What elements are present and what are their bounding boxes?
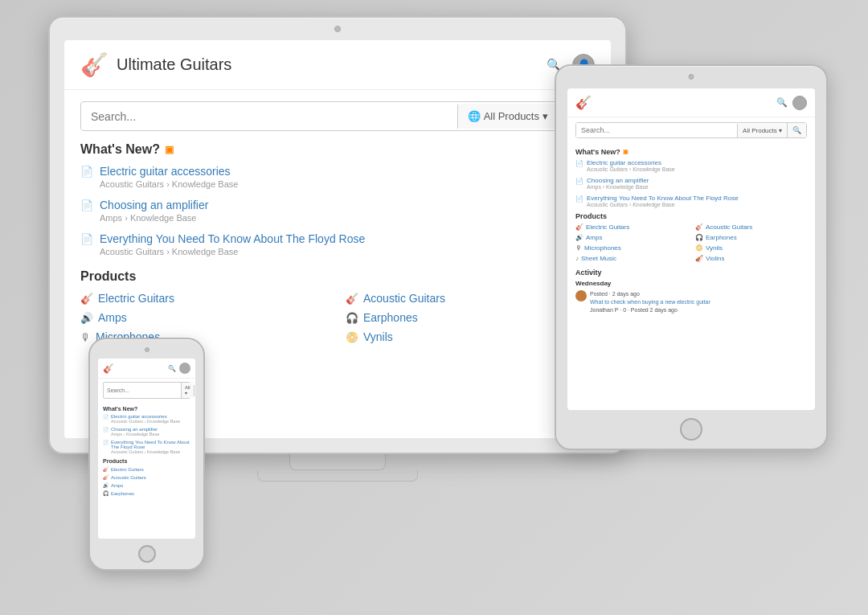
list-item: 🎸 Electric Guitars bbox=[80, 292, 330, 305]
tablet-article-link-0[interactable]: Electric guitar accessories bbox=[587, 159, 675, 166]
search-bar: 🌐 All Products ▾ 🔍 bbox=[80, 101, 595, 131]
phone-article-item: 📄 Electric guitar accessories Acoustic G… bbox=[103, 414, 190, 424]
tablet-search-input[interactable] bbox=[576, 123, 737, 137]
monitor-base bbox=[257, 470, 418, 482]
phone-earphones-link[interactable]: Earphones bbox=[111, 491, 134, 496]
tablet-logo-icon: 🎸 bbox=[575, 95, 592, 110]
article-link-2[interactable]: Everything You Need To Know About The Fl… bbox=[100, 232, 365, 245]
tablet-device: 🎸 🔍 All Products ▾ 🔍 What's New? bbox=[555, 64, 828, 450]
acoustic-guitars-icon: 🎸 bbox=[346, 293, 358, 305]
phone-all-products-button[interactable]: All ▾ bbox=[181, 383, 194, 398]
article-link-1[interactable]: Choosing an amplifier bbox=[100, 199, 208, 211]
article-item: 📄 Choosing an amplifier Amps › Knowledge… bbox=[80, 199, 595, 223]
tablet-activity-action: Posted bbox=[590, 291, 608, 297]
article-breadcrumb-0: Acoustic Guitars › Knowledge Base bbox=[100, 179, 238, 189]
phone-content: What's New? 📄 Electric guitar accessorie… bbox=[98, 402, 195, 539]
phone-amps-link[interactable]: Amps bbox=[111, 483, 123, 488]
tablet-list-item: 🎸 Electric Guitars bbox=[575, 223, 687, 231]
all-products-label: All Products bbox=[484, 110, 539, 122]
tablet-activity-link[interactable]: What to check when buying a new electric… bbox=[590, 299, 710, 305]
tablet-article-item: 📄 Choosing an amplifier Amps › Knowledge… bbox=[575, 177, 807, 190]
phone-breadcrumb-1: Amps › Knowledge Base bbox=[111, 432, 159, 437]
tablet-breadcrumb-0: Acoustic Guitars › Knowledge Base bbox=[587, 166, 675, 172]
tablet-list-item: 🔊 Amps bbox=[575, 234, 687, 241]
phone-acoustic-link[interactable]: Acoustic Guitars bbox=[111, 475, 146, 480]
tablet-amps-icon: 🔊 bbox=[575, 234, 583, 241]
search-input[interactable] bbox=[81, 104, 457, 129]
tablet-avatar[interactable] bbox=[792, 96, 807, 110]
tablet-acoustic-link[interactable]: Acoustic Guitars bbox=[706, 223, 752, 231]
tablet-all-products-button[interactable]: All Products ▾ bbox=[737, 124, 787, 137]
electric-guitars-link[interactable]: Electric Guitars bbox=[98, 292, 174, 305]
tablet-whats-new-title: What's New? ▣ bbox=[575, 148, 807, 156]
tablet-micro-link[interactable]: Microphones bbox=[584, 244, 621, 252]
tablet-article-link-2[interactable]: Everything You Need To Know About The Fl… bbox=[587, 195, 739, 202]
tablet-electric-link[interactable]: Electric Guitars bbox=[586, 223, 629, 231]
tablet-activity-user: Jonathan P bbox=[590, 307, 618, 313]
tablet-home-button[interactable] bbox=[680, 418, 702, 441]
tablet-breadcrumb-2: Acoustic Guitars › Knowledge Base bbox=[587, 202, 739, 207]
tablet-list-item: 📀 Vynils bbox=[695, 244, 807, 252]
desktop-header: 🎸 Ultimate Guitars 🔍 👤 bbox=[64, 40, 611, 90]
article-item: 📄 Electric guitar accessories Acoustic G… bbox=[80, 165, 595, 189]
tablet-sheet-link[interactable]: Sheet Music bbox=[581, 255, 616, 262]
tablet-user-avatar bbox=[575, 290, 587, 301]
tablet-list-item: 🎙 Microphones bbox=[575, 244, 687, 252]
tablet-breadcrumb-1: Amps › Knowledge Base bbox=[587, 184, 649, 190]
acoustic-guitars-link[interactable]: Acoustic Guitars bbox=[363, 292, 445, 305]
tablet-earphones-link[interactable]: Earphones bbox=[706, 234, 737, 241]
tablet-search-icon[interactable]: 🔍 bbox=[776, 97, 788, 108]
tablet-header: 🎸 🔍 bbox=[567, 88, 815, 117]
tablet-search-bar: All Products ▾ 🔍 bbox=[575, 122, 807, 138]
tablet-sheet-icon: ♪ bbox=[575, 255, 579, 262]
electric-guitars-icon: 🎸 bbox=[80, 293, 93, 305]
phone-electric-link[interactable]: Electric Guitars bbox=[111, 467, 144, 472]
monitor-stand bbox=[289, 454, 386, 470]
phone-electric-icon: 🎸 bbox=[103, 466, 108, 472]
article-link-0[interactable]: Electric guitar accessories bbox=[100, 165, 238, 178]
tablet-vynils-link[interactable]: Vynils bbox=[706, 244, 723, 252]
tablet-list-item: 🎸 Acoustic Guitars bbox=[695, 223, 807, 231]
phone-doc-icon: 📄 bbox=[103, 414, 108, 420]
phone-breadcrumb-2: Acoustic Guitars › Knowledge Base bbox=[111, 449, 190, 454]
tablet-article-item: 📄 Electric guitar accessories Acoustic G… bbox=[575, 159, 807, 172]
tablet-products-grid: 🎸 Electric Guitars 🎸 Acoustic Guitars 🔊 … bbox=[575, 223, 807, 262]
phone-article-link-2[interactable]: Everything You Need To Know About The Fl… bbox=[111, 440, 190, 449]
earphones-link[interactable]: Earphones bbox=[363, 311, 418, 324]
tablet-camera bbox=[689, 74, 694, 80]
phone-list-item: 🎸 Acoustic Guitars bbox=[103, 474, 190, 480]
tablet-rss-icon: ▣ bbox=[623, 149, 628, 155]
phone-list-item: 🎸 Electric Guitars bbox=[103, 466, 190, 472]
tablet-activity-time: 2 days ago bbox=[612, 291, 640, 297]
products-section-title: Products bbox=[80, 269, 595, 284]
tablet-activity-day: Wednesday bbox=[575, 280, 807, 287]
tablet-search-submit[interactable]: 🔍 bbox=[787, 123, 806, 137]
tablet-article-link-1[interactable]: Choosing an amplifier bbox=[587, 177, 649, 184]
products-section: Products 🎸 Electric Guitars 🎸 Acoustic G… bbox=[80, 269, 595, 343]
phone-doc-icon: 📄 bbox=[103, 427, 108, 433]
tablet-activity-text: Posted · 2 days ago What to check when b… bbox=[590, 290, 710, 314]
tablet-amps-link[interactable]: Amps bbox=[586, 234, 602, 241]
tablet-activity-meta: 0 · Posted 2 days ago bbox=[623, 307, 678, 313]
phone-avatar[interactable] bbox=[179, 363, 190, 374]
phone-products-title: Products bbox=[103, 458, 190, 464]
tablet-list-item: 🎻 Violins bbox=[695, 255, 807, 262]
all-products-button[interactable]: 🌐 All Products ▾ bbox=[458, 104, 558, 129]
amps-link[interactable]: Amps bbox=[98, 311, 127, 324]
app-title: Ultimate Guitars bbox=[117, 55, 231, 74]
monitor-camera bbox=[334, 26, 341, 32]
phone-earphones-icon: 🎧 bbox=[103, 490, 108, 496]
chevron-down-icon: ▾ bbox=[542, 110, 548, 122]
phone-article-item: 📄 Choosing an amplifier Amps › Knowledge… bbox=[103, 427, 190, 437]
main-content: What's New? ▣ 📄 Electric guitar accessor… bbox=[64, 142, 611, 343]
tablet-violin-link[interactable]: Violins bbox=[706, 255, 724, 262]
doc-icon: 📄 bbox=[80, 166, 93, 178]
phone-device: 🎸 🔍 All ▾ 🔍 What's New? bbox=[88, 338, 205, 571]
phone-home-button[interactable] bbox=[138, 545, 156, 563]
phone-search-submit[interactable]: 🔍 bbox=[194, 385, 195, 396]
phone-doc-icon: 📄 bbox=[103, 440, 108, 445]
vynils-link[interactable]: Vynils bbox=[363, 330, 393, 343]
tablet-doc-icon: 📄 bbox=[575, 160, 583, 167]
phone-search-icon[interactable]: 🔍 bbox=[168, 365, 176, 372]
phone-search-input[interactable] bbox=[104, 385, 181, 396]
